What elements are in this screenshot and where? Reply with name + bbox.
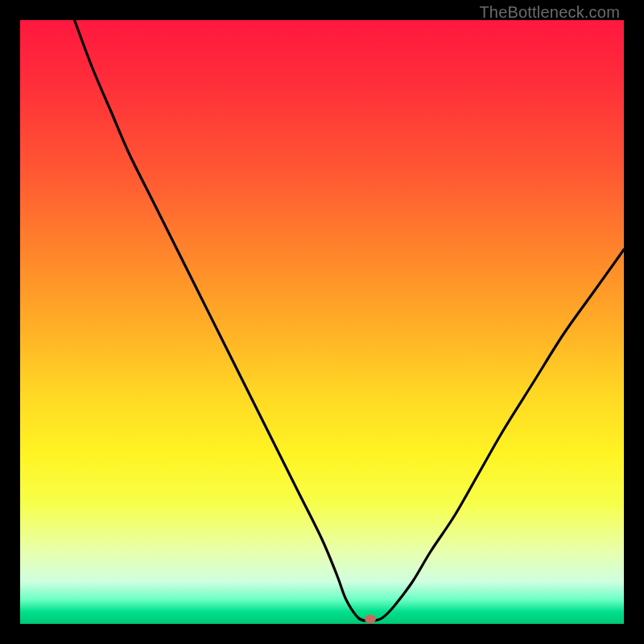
bottleneck-curve-svg xyxy=(20,20,624,624)
chart-frame: TheBottleneck.com xyxy=(0,0,644,644)
minimum-marker xyxy=(365,615,376,624)
watermark-text: TheBottleneck.com xyxy=(479,3,620,22)
bottleneck-curve xyxy=(75,20,625,621)
plot-area xyxy=(20,20,624,624)
